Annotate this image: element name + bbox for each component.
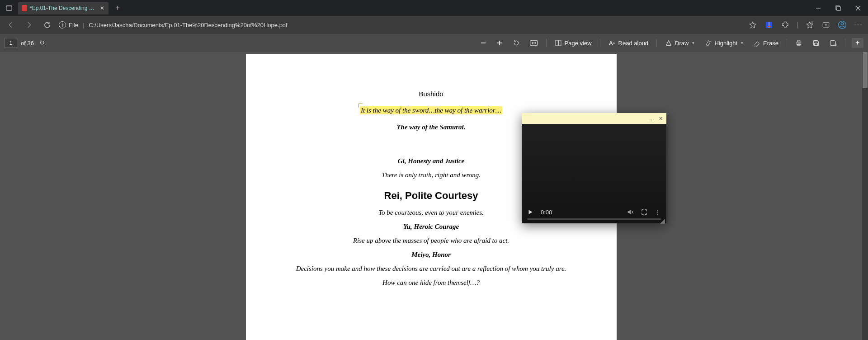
extension-button-1[interactable] <box>764 20 774 30</box>
site-info-icon[interactable]: i <box>59 21 66 28</box>
highlighted-line: It is the way of the sword…the way of th… <box>360 106 502 114</box>
forward-button[interactable] <box>23 19 35 31</box>
svg-rect-33 <box>815 41 817 42</box>
window-controls <box>808 0 868 16</box>
new-tab-button[interactable]: ＋ <box>111 2 124 14</box>
svg-point-17 <box>841 23 843 25</box>
browser-tab[interactable]: *Ep.01-The Descending of Hope ✕ <box>18 2 108 14</box>
svg-point-18 <box>40 41 44 44</box>
chevron-down-icon: ▾ <box>692 41 694 45</box>
zoom-in-button[interactable] <box>495 40 505 46</box>
draw-label: Draw <box>675 40 689 47</box>
fit-page-button[interactable] <box>528 40 540 46</box>
media-controls: 0:00 ⋮ <box>522 201 666 223</box>
svg-rect-9 <box>767 26 771 27</box>
back-button[interactable] <box>5 19 17 31</box>
collections-button[interactable] <box>821 20 831 30</box>
media-time: 0:00 <box>541 209 552 216</box>
volume-button[interactable] <box>627 208 634 216</box>
svg-rect-26 <box>558 40 561 46</box>
play-button[interactable] <box>527 209 533 215</box>
rotate-button[interactable] <box>511 39 522 47</box>
page-view-button[interactable]: Page view <box>553 39 594 47</box>
heading-yu: Yu, Heroic Courage <box>278 223 585 231</box>
pin-toolbar-button[interactable] <box>852 38 863 48</box>
body-meiyo-2: How can one hide from themself…? <box>278 279 585 287</box>
tab-actions-button[interactable] <box>0 0 18 16</box>
page-total-label: of 36 <box>21 40 34 47</box>
read-aloud-label: Read aloud <box>618 40 649 47</box>
erase-button[interactable]: Erase <box>751 39 780 47</box>
svg-rect-0 <box>6 5 12 10</box>
print-button[interactable] <box>793 39 804 47</box>
heading-meiyo: Meiyo, Honor <box>278 251 585 259</box>
scrollbar-thumb[interactable] <box>863 52 868 88</box>
minimize-button[interactable] <box>808 0 828 16</box>
url-scheme: File <box>69 22 78 28</box>
svg-rect-32 <box>797 44 800 46</box>
window-titlebar: *Ep.01-The Descending of Hope ✕ ＋ <box>0 0 868 16</box>
page-number-input[interactable] <box>5 38 17 48</box>
svg-rect-25 <box>556 40 558 46</box>
svg-rect-30 <box>797 42 801 44</box>
zoom-out-button[interactable] <box>478 40 488 46</box>
draw-button[interactable]: Draw ▾ <box>663 39 696 47</box>
tab-strip: *Ep.01-The Descending of Hope ✕ ＋ <box>0 0 124 16</box>
fullscreen-button[interactable] <box>641 209 647 215</box>
close-window-button[interactable] <box>848 0 868 16</box>
chevron-down-icon: ▾ <box>741 41 743 45</box>
body-yu: Rise up above the masses of people who a… <box>278 237 585 245</box>
annotation-close-button[interactable]: ✕ <box>659 116 663 122</box>
settings-menu-button[interactable]: ··· <box>854 20 863 30</box>
annotation-more-button[interactable]: … <box>649 116 654 121</box>
svg-rect-4 <box>837 7 840 10</box>
save-as-button[interactable] <box>828 39 839 47</box>
read-aloud-button[interactable]: A» Read aloud <box>607 39 651 47</box>
address-bar: i File | C:/Users/Jascha/Documents/Ep.01… <box>0 16 868 34</box>
svg-rect-34 <box>815 43 818 46</box>
url-field[interactable]: i File | C:/Users/Jascha/Documents/Ep.01… <box>59 21 742 28</box>
body-meiyo: Decisions you make and how these decisio… <box>278 265 585 273</box>
resize-handle-icon[interactable]: ◢ <box>660 217 667 224</box>
vertical-scrollbar[interactable] <box>862 52 868 340</box>
address-bar-actions: | ··· <box>748 20 863 30</box>
erase-label: Erase <box>763 40 778 47</box>
highlight-button[interactable]: Highlight ▾ <box>703 39 745 47</box>
pdf-viewport[interactable]: Bushido It is the way of the sword…the w… <box>0 52 862 340</box>
page-view-label: Page view <box>565 40 592 47</box>
media-progress[interactable] <box>527 218 661 220</box>
pdf-file-icon <box>22 5 27 11</box>
highlight-label: Highlight <box>714 40 737 47</box>
tab-close-button[interactable]: ✕ <box>99 5 105 11</box>
svg-rect-31 <box>797 40 800 42</box>
annotation-popup[interactable]: … ✕ 0:00 ⋮ ◢ <box>522 113 666 223</box>
doc-title: Bushido <box>278 90 585 98</box>
annotation-header: … ✕ <box>522 113 666 124</box>
pdf-toolbar: of 36 Page view A» Read aloud Draw ▾ Hig… <box>0 34 868 52</box>
favorite-button[interactable] <box>748 20 758 30</box>
find-button[interactable] <box>38 40 48 47</box>
save-button[interactable] <box>811 39 821 47</box>
refresh-button[interactable] <box>41 19 53 31</box>
extensions-button[interactable] <box>780 20 790 30</box>
svg-line-19 <box>43 44 45 46</box>
media-more-button[interactable]: ⋮ <box>655 208 661 216</box>
media-body: 0:00 ⋮ <box>522 124 666 223</box>
tab-title: *Ep.01-The Descending of Hope <box>30 5 97 11</box>
favorites-list-button[interactable] <box>805 20 815 30</box>
url-path: C:/Users/Jascha/Documents/Ep.01-The%20De… <box>89 22 287 28</box>
maximize-button[interactable] <box>828 0 848 16</box>
profile-button[interactable] <box>837 20 847 30</box>
